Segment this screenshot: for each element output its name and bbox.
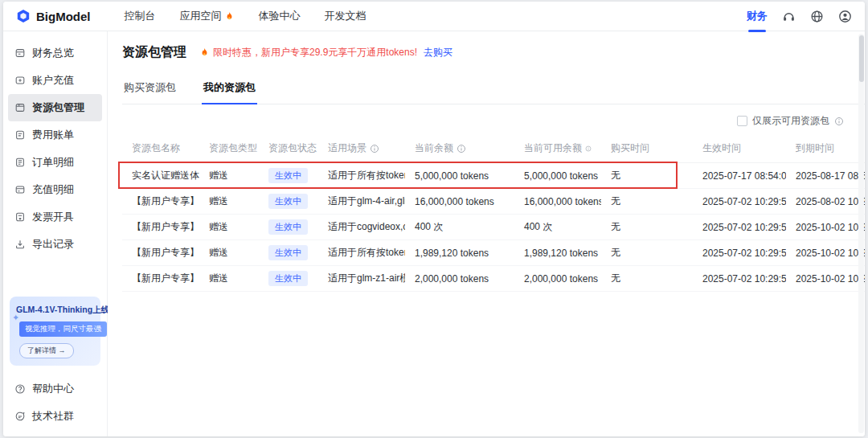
cell-expire-time: 2025-08-02 10:29 xyxy=(786,196,865,207)
cell-balance: 2,000,000 tokens xyxy=(405,273,514,284)
user-avatar[interactable] xyxy=(838,10,852,23)
promo-card-title: GLM-4.1V-Thinking上线 xyxy=(16,305,94,316)
info-icon[interactable] xyxy=(834,117,844,126)
bigmodel-logo[interactable]: BigModel xyxy=(16,9,91,23)
promo-learn-more-button[interactable]: 了解详情 → xyxy=(19,343,74,358)
promo-buy-link[interactable]: 去购买 xyxy=(424,46,452,59)
vertical-scrollbar xyxy=(858,34,864,433)
cell-scene: 适用于glm-z1-air模型... xyxy=(318,272,405,285)
header-expire-time: 到期时间 xyxy=(786,141,865,155)
cell-buy-time: 无 xyxy=(601,272,693,285)
sidebar-item-label: 发票开具 xyxy=(32,210,74,224)
sidebar-item-label: 资源包管理 xyxy=(32,100,84,115)
scrollbar-thumb[interactable] xyxy=(859,35,864,82)
sidebar-item-label: 订单明细 xyxy=(32,155,74,170)
top-nav: 控制台 应用空间 体验中心 开发文档 xyxy=(125,9,366,23)
topbar-right: 财务 xyxy=(747,9,852,23)
cell-available-balance: 400 次 xyxy=(514,220,601,234)
info-icon[interactable] xyxy=(585,144,592,154)
sidebar-item-recharge-details[interactable]: 充值明细 xyxy=(8,176,102,203)
support-icon[interactable] xyxy=(782,10,796,23)
cell-buy-time: 无 xyxy=(601,169,693,182)
sparkle-icon: ✦ xyxy=(12,313,19,323)
cell-balance: 16,000,000 tokens xyxy=(405,196,514,207)
sidebar-item-export-records[interactable]: 导出记录 xyxy=(8,231,102,258)
info-icon[interactable] xyxy=(457,144,466,154)
flame-icon xyxy=(224,11,235,22)
tab-buy-packages[interactable]: 购买资源包 xyxy=(122,80,178,104)
cell-buy-time: 无 xyxy=(601,194,693,208)
app-window: BigModel 控制台 应用空间 体验中心 开发文档 财务 xyxy=(3,2,865,436)
sidebar-promo-card[interactable]: ✦ GLM-4.1V-Thinking上线 视觉推理，同尺寸最强 了解详情 → xyxy=(10,297,100,366)
brand-mark-icon xyxy=(16,9,31,23)
status-badge: 生效中 xyxy=(268,194,308,209)
nav-console[interactable]: 控制台 xyxy=(125,9,156,23)
nav-experience-center[interactable]: 体验中心 xyxy=(259,9,301,23)
cell-scene: 适用于所有按tokens计... xyxy=(318,169,405,182)
cell-expire-time: 2025-10-02 10:29 xyxy=(786,248,865,259)
cell-effective-time: 2025-07-02 10:29:51 xyxy=(693,222,786,233)
export-records-icon xyxy=(14,239,26,250)
sidebar-item-finance-overview[interactable]: 财务总览 xyxy=(8,39,102,67)
status-badge: 生效中 xyxy=(268,271,308,286)
cell-balance: 1,989,120 tokens xyxy=(405,248,514,259)
cell-package-name: 【新用户专享】... xyxy=(122,246,199,260)
status-badge: 生效中 xyxy=(268,168,308,183)
sidebar: 财务总览 账户充值 资源包管理 费用账单 订单明细 充值明细 xyxy=(3,31,108,436)
sidebar-item-help-center[interactable]: 帮助中心 xyxy=(8,375,102,403)
page-header: 资源包管理 限时特惠，新用户专享29.9元享千万通用tokens! 去购买 xyxy=(122,44,865,61)
cell-package-status: 生效中 xyxy=(259,271,318,286)
flame-icon xyxy=(199,47,210,58)
cell-package-name: 【新用户专享】... xyxy=(122,220,199,234)
community-icon xyxy=(14,411,26,422)
cell-package-status: 生效中 xyxy=(259,245,318,260)
sidebar-bottom: 帮助中心 技术社群 xyxy=(3,375,107,430)
cell-effective-time: 2025-07-17 08:54:09 xyxy=(693,170,786,182)
cell-effective-time: 2025-07-02 10:29:51 xyxy=(693,273,786,284)
header-buy-time: 购买时间 xyxy=(601,141,693,155)
header-available-balance: 当前可用余额 xyxy=(514,141,601,155)
billing-icon xyxy=(14,129,26,141)
nav-app-space[interactable]: 应用空间 xyxy=(180,9,235,23)
brand-name: BigModel xyxy=(36,10,91,23)
invoicing-icon xyxy=(14,211,26,223)
sidebar-item-order-details[interactable]: 订单明细 xyxy=(8,149,102,176)
info-icon[interactable] xyxy=(370,144,379,154)
body-layout: 财务总览 账户充值 资源包管理 费用账单 订单明细 充值明细 xyxy=(3,31,865,436)
resource-package-table: 资源包名称 资源包类型 资源包状态 适用场景 当前余额 当前可用余额 购买时间 … xyxy=(122,134,865,292)
status-badge: 生效中 xyxy=(268,245,308,260)
header-effective-time: 生效时间 xyxy=(693,141,786,155)
cell-package-name: 【新用户专享】... xyxy=(122,272,199,285)
cell-package-type: 赠送 xyxy=(199,272,259,285)
header-package-type: 资源包类型 xyxy=(199,141,259,155)
cell-package-type: 赠送 xyxy=(199,194,259,208)
cell-expire-time: 2025-10-02 10:29 xyxy=(786,273,865,284)
cell-expire-time: 2025-08-17 08:54 xyxy=(786,170,865,182)
available-only-checkbox[interactable] xyxy=(737,116,747,126)
cell-buy-time: 无 xyxy=(601,220,693,234)
tab-bar: 购买资源包 我的资源包 xyxy=(122,80,865,104)
cell-package-status: 生效中 xyxy=(259,194,318,209)
globe-icon[interactable] xyxy=(810,10,824,23)
account-recharge-icon xyxy=(14,75,26,86)
sidebar-item-label: 费用账单 xyxy=(32,128,74,142)
filter-row: 仅展示可用资源包 xyxy=(122,114,844,128)
sidebar-item-resource-packages[interactable]: 资源包管理 xyxy=(8,94,102,121)
cell-expire-time: 2025-10-02 10:29 xyxy=(786,222,865,233)
sidebar-item-account-recharge[interactable]: 账户充值 xyxy=(8,67,102,94)
nav-dev-docs[interactable]: 开发文档 xyxy=(325,9,366,23)
table-row: 【新用户专享】... 赠送 生效中 适用于glm-z1-air模型... 2,0… xyxy=(122,266,865,292)
promo-card-subtitle: 视觉推理，同尺寸最强 xyxy=(19,321,107,337)
sidebar-item-invoicing[interactable]: 发票开具 xyxy=(8,203,102,231)
cell-package-type: 赠送 xyxy=(199,246,259,260)
promo-banner: 限时特惠，新用户专享29.9元享千万通用tokens! 去购买 xyxy=(199,46,452,59)
table-row: 【新用户专享】... 赠送 生效中 适用于cogvideox,cogv... 4… xyxy=(122,215,865,240)
cell-available-balance: 5,000,000 tokens xyxy=(514,170,601,182)
nav-finance[interactable]: 财务 xyxy=(747,9,768,23)
sidebar-item-tech-community[interactable]: 技术社群 xyxy=(8,403,102,430)
tab-my-packages[interactable]: 我的资源包 xyxy=(202,80,257,104)
finance-overview-icon xyxy=(14,47,26,59)
sidebar-item-billing[interactable]: 费用账单 xyxy=(8,121,102,149)
cell-package-type: 赠送 xyxy=(199,220,259,234)
cell-effective-time: 2025-07-02 10:29:51 xyxy=(693,196,786,207)
